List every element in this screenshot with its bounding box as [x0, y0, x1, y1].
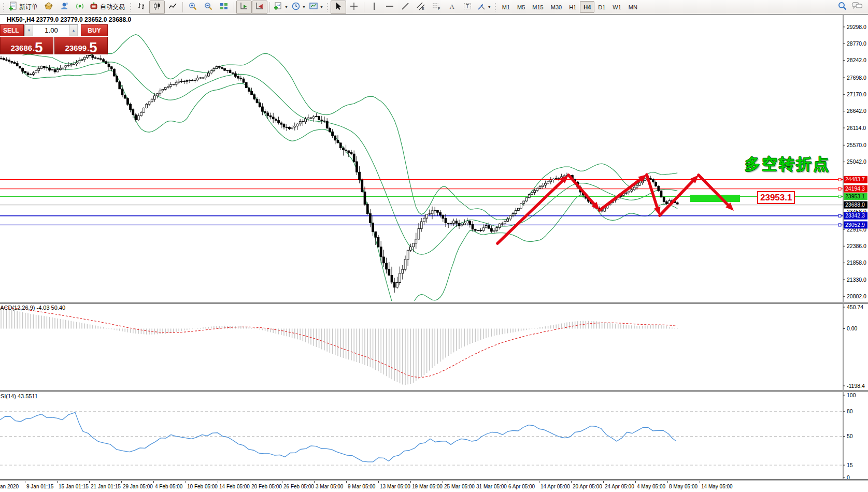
rsi-pane[interactable]: 1008050150 — [0, 392, 868, 479]
time-tick — [218, 481, 218, 483]
tile-windows-icon — [219, 2, 229, 13]
search-icon[interactable] — [837, 1, 847, 13]
time-tick — [507, 481, 507, 483]
crosshair-button[interactable] — [346, 1, 362, 14]
volume-decrease-button[interactable]: ▼ — [25, 25, 33, 36]
svg-text:27170.0: 27170.0 — [847, 91, 866, 97]
zoom-out-button[interactable] — [201, 1, 216, 14]
timeframe-w1[interactable]: W1 — [609, 1, 625, 13]
auto-scroll-button[interactable] — [236, 1, 252, 14]
autotrade-button[interactable]: 自动交易 — [88, 1, 128, 14]
label-button[interactable]: T — [460, 1, 475, 14]
svg-text:28242.0: 28242.0 — [847, 57, 866, 63]
chevron-down-icon: ▼ — [320, 5, 323, 9]
main-chart-pane[interactable]: 29298.028770.028242.027698.027170.026642… — [0, 15, 868, 302]
time-axis-label: 20 Feb 05:00 — [251, 484, 282, 489]
time-tick — [443, 481, 443, 483]
svg-text:T: T — [466, 4, 469, 9]
time-axis[interactable]: an 20209 Jan 01:1515 Jan 01:1521 Jan 01:… — [0, 481, 868, 492]
tile-windows-button[interactable] — [216, 1, 232, 14]
time-tick — [378, 481, 379, 483]
buy-price-button[interactable]: 23699.5 — [54, 37, 108, 54]
fibonacci-button[interactable]: F — [429, 1, 444, 14]
new-chart-icon — [274, 2, 283, 13]
timeframe-m15[interactable]: M15 — [529, 1, 547, 13]
chat-icon[interactable] — [851, 1, 863, 13]
autotrade-label: 自动交易 — [100, 3, 126, 11]
pane-separator[interactable] — [0, 390, 868, 392]
period-button[interactable]: ▼ — [290, 1, 307, 14]
svg-text:21330.0: 21330.0 — [847, 277, 866, 283]
volume-increase-button[interactable]: ▲ — [69, 25, 78, 36]
template-button[interactable]: ▼ — [307, 1, 325, 14]
shapes-button[interactable]: ▼ — [475, 1, 493, 14]
trendline-icon — [401, 2, 410, 13]
svg-text:23953.1: 23953.1 — [845, 193, 865, 199]
label-icon: T — [463, 2, 472, 13]
zoom-out-icon — [204, 2, 213, 13]
macd-pane[interactable]: 450.740.00-1198.4 — [0, 304, 868, 390]
vertical-line-button[interactable] — [366, 1, 382, 14]
timeframe-m5[interactable]: M5 — [514, 1, 529, 13]
shapes-icon — [477, 2, 486, 13]
auto-scroll-icon — [239, 2, 249, 13]
time-axis-label: 4 Feb 05:00 — [155, 484, 182, 489]
pane-separator[interactable] — [0, 302, 868, 304]
time-tick — [635, 481, 636, 483]
community-button[interactable] — [56, 1, 72, 14]
new-order-button[interactable]: 新订单 — [7, 1, 41, 14]
timeframe-m30[interactable]: M30 — [547, 1, 565, 13]
svg-text:80: 80 — [847, 408, 853, 414]
text-button[interactable]: A — [444, 1, 460, 14]
profile-button[interactable] — [41, 1, 56, 14]
toolbar-grip[interactable] — [3, 2, 5, 12]
vertical-line-icon — [369, 2, 379, 13]
one-click-trade-panel: SELL ▼ 1.00 ▲ BUY 23686.5 23699.5 — [0, 24, 110, 54]
time-tick — [346, 481, 347, 483]
line-chart-button[interactable] — [165, 1, 180, 14]
toolbar-grip[interactable] — [130, 2, 132, 12]
turning-point-annotation[interactable]: 多空转折点 — [745, 154, 830, 175]
chart-shift-button[interactable] — [252, 1, 267, 14]
sell-button[interactable]: SELL — [0, 24, 24, 36]
autotrade-icon — [89, 2, 98, 13]
chevron-down-icon: ▼ — [488, 5, 491, 9]
trendline-button[interactable] — [397, 1, 413, 14]
crosshair-icon — [349, 2, 359, 13]
time-axis-label: 4 May 05:00 — [637, 484, 665, 489]
timeframe-d1[interactable]: D1 — [594, 1, 609, 13]
time-tick — [153, 481, 154, 483]
timeframe-h1[interactable]: H1 — [565, 1, 580, 13]
time-axis-label: 10 Feb 05:00 — [187, 484, 218, 489]
signals-button[interactable] — [72, 1, 88, 14]
bar-chart-button[interactable] — [134, 1, 149, 14]
cursor-button[interactable] — [331, 1, 346, 14]
toolbar-grip[interactable] — [326, 2, 329, 12]
timeframe-m1[interactable]: M1 — [499, 1, 514, 13]
zoom-in-button[interactable] — [185, 1, 201, 14]
buy-button[interactable]: BUY — [81, 24, 108, 36]
candlestick-chart-button[interactable] — [149, 1, 165, 14]
time-tick — [571, 481, 572, 483]
channel-button[interactable]: E — [413, 1, 429, 14]
new-chart-button[interactable]: ▼ — [272, 1, 290, 14]
candlestick-chart-icon — [152, 2, 162, 13]
svg-text:29298.0: 29298.0 — [847, 24, 866, 30]
time-axis-label: 13 Mar 05:00 — [380, 484, 410, 489]
time-tick — [314, 481, 315, 483]
volume-input[interactable]: 1.00 — [33, 25, 69, 36]
svg-text:21858.0: 21858.0 — [847, 259, 866, 266]
horizontal-line-button[interactable] — [382, 1, 397, 14]
sell-price-button[interactable]: 23686.5 — [0, 37, 53, 54]
profile-icon — [44, 2, 53, 13]
time-tick — [121, 481, 122, 483]
time-tick — [475, 481, 475, 483]
svg-text:0.00: 0.00 — [847, 325, 858, 331]
timeframe-mn[interactable]: MN — [625, 1, 641, 13]
bar-chart-icon — [137, 2, 146, 13]
price-callout-label[interactable]: 23953.1 — [757, 191, 795, 204]
timeframe-h4[interactable]: H4 — [580, 1, 594, 13]
fibonacci-icon: F — [432, 2, 441, 13]
toolbar-grip[interactable] — [494, 2, 497, 12]
template-icon — [309, 2, 318, 13]
